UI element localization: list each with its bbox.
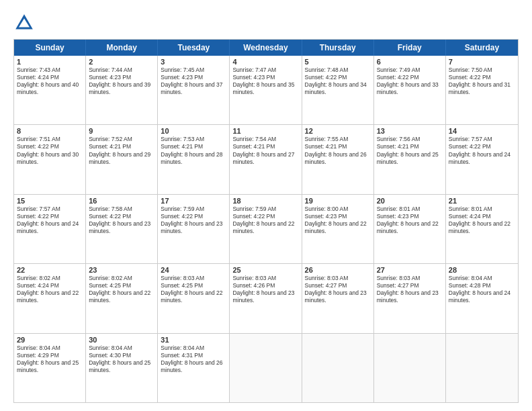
day-number: 29 (17, 336, 83, 344)
day-number: 17 (161, 197, 226, 205)
cell-info: Sunrise: 7:53 AMSunset: 4:21 PMDaylight:… (161, 136, 222, 165)
header-day-thursday: Thursday (302, 40, 374, 56)
calendar-cell-day-1: 1Sunrise: 7:43 AMSunset: 4:24 PMDaylight… (14, 56, 86, 124)
calendar-cell-day-21: 21Sunrise: 8:01 AMSunset: 4:24 PMDayligh… (446, 195, 518, 263)
day-number: 5 (305, 58, 371, 66)
cell-info: Sunrise: 8:03 AMSunset: 4:26 PMDaylight:… (232, 275, 294, 304)
cell-info: Sunrise: 8:03 AMSunset: 4:27 PMDaylight:… (377, 275, 439, 304)
calendar-cell-day-18: 18Sunrise: 7:59 AMSunset: 4:22 PMDayligh… (230, 195, 302, 263)
day-number: 30 (89, 336, 154, 344)
header-day-saturday: Saturday (446, 40, 518, 56)
cell-info: Sunrise: 7:59 AMSunset: 4:22 PMDaylight:… (232, 205, 294, 234)
cell-info: Sunrise: 7:48 AMSunset: 4:22 PMDaylight:… (305, 66, 367, 95)
day-number: 10 (161, 127, 226, 135)
cell-info: Sunrise: 7:57 AMSunset: 4:22 PMDaylight:… (17, 205, 79, 234)
cell-info: Sunrise: 8:03 AMSunset: 4:25 PMDaylight:… (161, 275, 222, 304)
calendar-cell-day-3: 3Sunrise: 7:45 AMSunset: 4:23 PMDaylight… (158, 56, 230, 124)
cell-info: Sunrise: 8:01 AMSunset: 4:24 PMDaylight:… (449, 205, 511, 234)
cell-info: Sunrise: 7:49 AMSunset: 4:22 PMDaylight:… (377, 66, 439, 95)
day-number: 18 (232, 197, 298, 205)
header (13, 12, 519, 34)
cell-info: Sunrise: 8:04 AMSunset: 4:30 PMDaylight:… (89, 345, 150, 373)
day-number: 13 (377, 127, 443, 135)
calendar-cell-empty (302, 334, 374, 402)
cell-info: Sunrise: 7:55 AMSunset: 4:21 PMDaylight:… (305, 136, 367, 165)
cell-info: Sunrise: 8:04 AMSunset: 4:31 PMDaylight:… (161, 345, 222, 373)
calendar-cell-day-17: 17Sunrise: 7:59 AMSunset: 4:22 PMDayligh… (158, 195, 230, 263)
day-number: 4 (232, 58, 298, 66)
day-number: 26 (305, 266, 371, 274)
calendar-cell-day-27: 27Sunrise: 8:03 AMSunset: 4:27 PMDayligh… (374, 264, 446, 332)
cell-info: Sunrise: 7:52 AMSunset: 4:21 PMDaylight:… (89, 136, 150, 165)
cell-info: Sunrise: 7:58 AMSunset: 4:22 PMDaylight:… (89, 205, 150, 234)
calendar-cell-empty (446, 334, 518, 402)
calendar-cell-day-23: 23Sunrise: 8:02 AMSunset: 4:25 PMDayligh… (86, 264, 158, 332)
calendar-cell-day-4: 4Sunrise: 7:47 AMSunset: 4:23 PMDaylight… (230, 56, 302, 124)
day-number: 3 (161, 58, 226, 66)
calendar-cell-empty (374, 334, 446, 402)
calendar-cell-day-20: 20Sunrise: 8:01 AMSunset: 4:23 PMDayligh… (374, 195, 446, 263)
day-number: 23 (89, 266, 154, 274)
cell-info: Sunrise: 8:04 AMSunset: 4:28 PMDaylight:… (449, 275, 511, 304)
day-number: 16 (89, 197, 154, 205)
calendar-cell-day-11: 11Sunrise: 7:54 AMSunset: 4:21 PMDayligh… (230, 125, 302, 193)
calendar-cell-day-31: 31Sunrise: 8:04 AMSunset: 4:31 PMDayligh… (158, 334, 230, 402)
day-number: 7 (449, 58, 515, 66)
cell-info: Sunrise: 7:54 AMSunset: 4:21 PMDaylight:… (232, 136, 294, 165)
calendar-cell-day-10: 10Sunrise: 7:53 AMSunset: 4:21 PMDayligh… (158, 125, 230, 193)
day-number: 27 (377, 266, 443, 274)
calendar-row-5: 29Sunrise: 8:04 AMSunset: 4:29 PMDayligh… (14, 334, 518, 402)
cell-info: Sunrise: 8:03 AMSunset: 4:27 PMDaylight:… (305, 275, 367, 304)
calendar-cell-day-19: 19Sunrise: 8:00 AMSunset: 4:23 PMDayligh… (302, 195, 374, 263)
header-day-sunday: Sunday (14, 40, 86, 56)
day-number: 6 (377, 58, 443, 66)
day-number: 12 (305, 127, 371, 135)
calendar-cell-day-8: 8Sunrise: 7:51 AMSunset: 4:22 PMDaylight… (14, 125, 86, 193)
calendar-cell-day-15: 15Sunrise: 7:57 AMSunset: 4:22 PMDayligh… (14, 195, 86, 263)
day-number: 31 (161, 336, 226, 344)
cell-info: Sunrise: 8:04 AMSunset: 4:29 PMDaylight:… (17, 345, 79, 373)
cell-info: Sunrise: 7:43 AMSunset: 4:24 PMDaylight:… (17, 66, 79, 95)
day-number: 14 (449, 127, 515, 135)
calendar-cell-day-16: 16Sunrise: 7:58 AMSunset: 4:22 PMDayligh… (86, 195, 158, 263)
cell-info: Sunrise: 8:02 AMSunset: 4:25 PMDaylight:… (89, 275, 150, 304)
calendar-cell-day-13: 13Sunrise: 7:56 AMSunset: 4:21 PMDayligh… (374, 125, 446, 193)
calendar: SundayMondayTuesdayWednesdayThursdayFrid… (13, 39, 519, 403)
header-day-monday: Monday (86, 40, 158, 56)
cell-info: Sunrise: 8:00 AMSunset: 4:23 PMDaylight:… (305, 205, 367, 234)
calendar-cell-day-28: 28Sunrise: 8:04 AMSunset: 4:28 PMDayligh… (446, 264, 518, 332)
cell-info: Sunrise: 7:50 AMSunset: 4:22 PMDaylight:… (449, 66, 511, 95)
cell-info: Sunrise: 7:45 AMSunset: 4:23 PMDaylight:… (161, 66, 222, 95)
header-day-wednesday: Wednesday (230, 40, 302, 56)
day-number: 28 (449, 266, 515, 274)
calendar-cell-day-2: 2Sunrise: 7:44 AMSunset: 4:23 PMDaylight… (86, 56, 158, 124)
day-number: 1 (17, 58, 83, 66)
cell-info: Sunrise: 8:01 AMSunset: 4:23 PMDaylight:… (377, 205, 439, 234)
day-number: 25 (232, 266, 298, 274)
calendar-cell-day-24: 24Sunrise: 8:03 AMSunset: 4:25 PMDayligh… (158, 264, 230, 332)
calendar-row-4: 22Sunrise: 8:02 AMSunset: 4:24 PMDayligh… (14, 264, 518, 333)
day-number: 19 (305, 197, 371, 205)
calendar-body: 1Sunrise: 7:43 AMSunset: 4:24 PMDaylight… (14, 56, 518, 402)
calendar-cell-day-30: 30Sunrise: 8:04 AMSunset: 4:30 PMDayligh… (86, 334, 158, 402)
cell-info: Sunrise: 7:56 AMSunset: 4:21 PMDaylight:… (377, 136, 439, 165)
day-number: 21 (449, 197, 515, 205)
day-number: 22 (17, 266, 83, 274)
calendar-cell-day-5: 5Sunrise: 7:48 AMSunset: 4:22 PMDaylight… (302, 56, 374, 124)
day-number: 11 (232, 127, 298, 135)
day-number: 20 (377, 197, 443, 205)
cell-info: Sunrise: 7:51 AMSunset: 4:22 PMDaylight:… (17, 136, 79, 165)
calendar-cell-day-26: 26Sunrise: 8:03 AMSunset: 4:27 PMDayligh… (302, 264, 374, 332)
calendar-cell-empty (230, 334, 302, 402)
day-number: 9 (89, 127, 154, 135)
calendar-cell-day-12: 12Sunrise: 7:55 AMSunset: 4:21 PMDayligh… (302, 125, 374, 193)
header-day-friday: Friday (374, 40, 446, 56)
logo (13, 12, 38, 34)
cell-info: Sunrise: 7:59 AMSunset: 4:22 PMDaylight:… (161, 205, 222, 234)
calendar-cell-day-9: 9Sunrise: 7:52 AMSunset: 4:21 PMDaylight… (86, 125, 158, 193)
cell-info: Sunrise: 7:57 AMSunset: 4:22 PMDaylight:… (449, 136, 511, 165)
calendar-header: SundayMondayTuesdayWednesdayThursdayFrid… (14, 40, 518, 56)
page: SundayMondayTuesdayWednesdayThursdayFrid… (0, 0, 532, 411)
calendar-cell-day-29: 29Sunrise: 8:04 AMSunset: 4:29 PMDayligh… (14, 334, 86, 402)
calendar-cell-day-25: 25Sunrise: 8:03 AMSunset: 4:26 PMDayligh… (230, 264, 302, 332)
